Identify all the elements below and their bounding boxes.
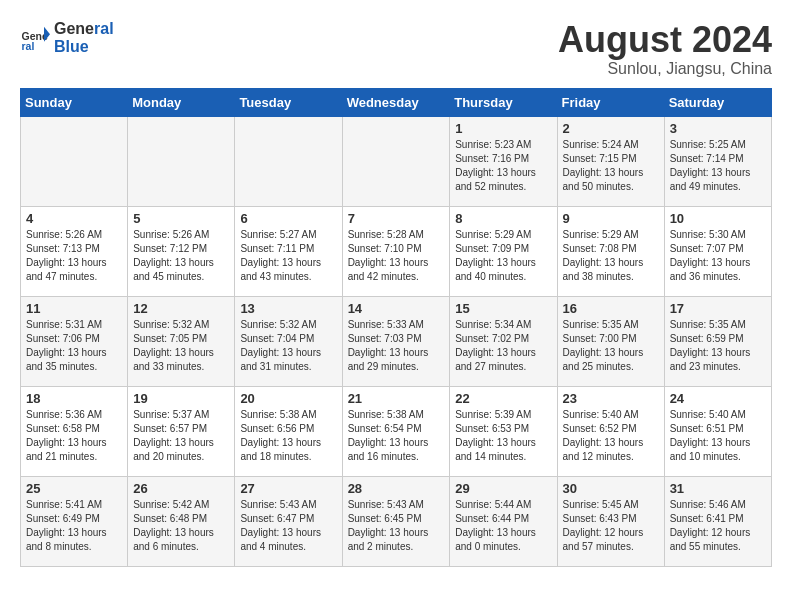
day-info: Sunrise: 5:36 AM Sunset: 6:58 PM Dayligh… — [26, 408, 122, 464]
calendar-cell: 6Sunrise: 5:27 AM Sunset: 7:11 PM Daylig… — [235, 206, 342, 296]
logo-icon: Gene ral — [20, 23, 50, 53]
day-number: 10 — [670, 211, 766, 226]
day-number: 28 — [348, 481, 445, 496]
calendar-cell: 24Sunrise: 5:40 AM Sunset: 6:51 PM Dayli… — [664, 386, 771, 476]
day-info: Sunrise: 5:32 AM Sunset: 7:05 PM Dayligh… — [133, 318, 229, 374]
day-info: Sunrise: 5:26 AM Sunset: 7:13 PM Dayligh… — [26, 228, 122, 284]
calendar-cell: 7Sunrise: 5:28 AM Sunset: 7:10 PM Daylig… — [342, 206, 450, 296]
logo-text-line2: Blue — [54, 38, 114, 56]
header-day-sunday: Sunday — [21, 88, 128, 116]
day-info: Sunrise: 5:27 AM Sunset: 7:11 PM Dayligh… — [240, 228, 336, 284]
week-row-3: 11Sunrise: 5:31 AM Sunset: 7:06 PM Dayli… — [21, 296, 772, 386]
page-header: Gene ral General Blue August 2024 Sunlou… — [20, 20, 772, 78]
day-number: 9 — [563, 211, 659, 226]
calendar-cell: 1Sunrise: 5:23 AM Sunset: 7:16 PM Daylig… — [450, 116, 557, 206]
day-number: 7 — [348, 211, 445, 226]
header-day-wednesday: Wednesday — [342, 88, 450, 116]
calendar-cell: 31Sunrise: 5:46 AM Sunset: 6:41 PM Dayli… — [664, 476, 771, 566]
day-number: 29 — [455, 481, 551, 496]
day-number: 19 — [133, 391, 229, 406]
calendar-cell — [21, 116, 128, 206]
calendar-cell: 29Sunrise: 5:44 AM Sunset: 6:44 PM Dayli… — [450, 476, 557, 566]
day-number: 8 — [455, 211, 551, 226]
day-info: Sunrise: 5:26 AM Sunset: 7:12 PM Dayligh… — [133, 228, 229, 284]
header-day-monday: Monday — [128, 88, 235, 116]
day-number: 4 — [26, 211, 122, 226]
day-number: 16 — [563, 301, 659, 316]
calendar-cell: 18Sunrise: 5:36 AM Sunset: 6:58 PM Dayli… — [21, 386, 128, 476]
calendar-cell — [128, 116, 235, 206]
day-number: 25 — [26, 481, 122, 496]
day-info: Sunrise: 5:23 AM Sunset: 7:16 PM Dayligh… — [455, 138, 551, 194]
calendar-cell: 23Sunrise: 5:40 AM Sunset: 6:52 PM Dayli… — [557, 386, 664, 476]
calendar-cell: 9Sunrise: 5:29 AM Sunset: 7:08 PM Daylig… — [557, 206, 664, 296]
day-info: Sunrise: 5:29 AM Sunset: 7:09 PM Dayligh… — [455, 228, 551, 284]
day-number: 11 — [26, 301, 122, 316]
calendar-cell: 30Sunrise: 5:45 AM Sunset: 6:43 PM Dayli… — [557, 476, 664, 566]
day-info: Sunrise: 5:25 AM Sunset: 7:14 PM Dayligh… — [670, 138, 766, 194]
day-number: 12 — [133, 301, 229, 316]
calendar-cell: 4Sunrise: 5:26 AM Sunset: 7:13 PM Daylig… — [21, 206, 128, 296]
calendar-cell: 22Sunrise: 5:39 AM Sunset: 6:53 PM Dayli… — [450, 386, 557, 476]
day-info: Sunrise: 5:42 AM Sunset: 6:48 PM Dayligh… — [133, 498, 229, 554]
calendar-title: August 2024 — [558, 20, 772, 60]
day-number: 27 — [240, 481, 336, 496]
day-info: Sunrise: 5:30 AM Sunset: 7:07 PM Dayligh… — [670, 228, 766, 284]
calendar-cell: 27Sunrise: 5:43 AM Sunset: 6:47 PM Dayli… — [235, 476, 342, 566]
day-number: 13 — [240, 301, 336, 316]
day-info: Sunrise: 5:24 AM Sunset: 7:15 PM Dayligh… — [563, 138, 659, 194]
day-info: Sunrise: 5:40 AM Sunset: 6:51 PM Dayligh… — [670, 408, 766, 464]
day-number: 2 — [563, 121, 659, 136]
calendar-cell: 21Sunrise: 5:38 AM Sunset: 6:54 PM Dayli… — [342, 386, 450, 476]
day-info: Sunrise: 5:43 AM Sunset: 6:47 PM Dayligh… — [240, 498, 336, 554]
day-info: Sunrise: 5:31 AM Sunset: 7:06 PM Dayligh… — [26, 318, 122, 374]
calendar-cell: 14Sunrise: 5:33 AM Sunset: 7:03 PM Dayli… — [342, 296, 450, 386]
calendar-cell: 8Sunrise: 5:29 AM Sunset: 7:09 PM Daylig… — [450, 206, 557, 296]
day-info: Sunrise: 5:38 AM Sunset: 6:54 PM Dayligh… — [348, 408, 445, 464]
day-number: 6 — [240, 211, 336, 226]
day-info: Sunrise: 5:37 AM Sunset: 6:57 PM Dayligh… — [133, 408, 229, 464]
day-number: 15 — [455, 301, 551, 316]
calendar-cell: 2Sunrise: 5:24 AM Sunset: 7:15 PM Daylig… — [557, 116, 664, 206]
day-number: 17 — [670, 301, 766, 316]
header-day-tuesday: Tuesday — [235, 88, 342, 116]
day-info: Sunrise: 5:35 AM Sunset: 6:59 PM Dayligh… — [670, 318, 766, 374]
day-info: Sunrise: 5:38 AM Sunset: 6:56 PM Dayligh… — [240, 408, 336, 464]
calendar-subtitle: Sunlou, Jiangsu, China — [558, 60, 772, 78]
day-info: Sunrise: 5:46 AM Sunset: 6:41 PM Dayligh… — [670, 498, 766, 554]
day-info: Sunrise: 5:28 AM Sunset: 7:10 PM Dayligh… — [348, 228, 445, 284]
day-info: Sunrise: 5:33 AM Sunset: 7:03 PM Dayligh… — [348, 318, 445, 374]
calendar-cell: 11Sunrise: 5:31 AM Sunset: 7:06 PM Dayli… — [21, 296, 128, 386]
calendar-cell: 26Sunrise: 5:42 AM Sunset: 6:48 PM Dayli… — [128, 476, 235, 566]
calendar-cell: 28Sunrise: 5:43 AM Sunset: 6:45 PM Dayli… — [342, 476, 450, 566]
calendar-cell: 15Sunrise: 5:34 AM Sunset: 7:02 PM Dayli… — [450, 296, 557, 386]
header-row: SundayMondayTuesdayWednesdayThursdayFrid… — [21, 88, 772, 116]
day-number: 20 — [240, 391, 336, 406]
calendar-cell — [235, 116, 342, 206]
day-info: Sunrise: 5:41 AM Sunset: 6:49 PM Dayligh… — [26, 498, 122, 554]
title-block: August 2024 Sunlou, Jiangsu, China — [558, 20, 772, 78]
calendar-cell: 3Sunrise: 5:25 AM Sunset: 7:14 PM Daylig… — [664, 116, 771, 206]
day-info: Sunrise: 5:29 AM Sunset: 7:08 PM Dayligh… — [563, 228, 659, 284]
calendar-cell: 12Sunrise: 5:32 AM Sunset: 7:05 PM Dayli… — [128, 296, 235, 386]
day-number: 23 — [563, 391, 659, 406]
day-info: Sunrise: 5:43 AM Sunset: 6:45 PM Dayligh… — [348, 498, 445, 554]
day-info: Sunrise: 5:34 AM Sunset: 7:02 PM Dayligh… — [455, 318, 551, 374]
calendar-cell: 25Sunrise: 5:41 AM Sunset: 6:49 PM Dayli… — [21, 476, 128, 566]
calendar-cell: 13Sunrise: 5:32 AM Sunset: 7:04 PM Dayli… — [235, 296, 342, 386]
calendar-table: SundayMondayTuesdayWednesdayThursdayFrid… — [20, 88, 772, 567]
header-day-thursday: Thursday — [450, 88, 557, 116]
calendar-cell: 19Sunrise: 5:37 AM Sunset: 6:57 PM Dayli… — [128, 386, 235, 476]
day-number: 21 — [348, 391, 445, 406]
day-info: Sunrise: 5:32 AM Sunset: 7:04 PM Dayligh… — [240, 318, 336, 374]
calendar-cell: 10Sunrise: 5:30 AM Sunset: 7:07 PM Dayli… — [664, 206, 771, 296]
day-number: 26 — [133, 481, 229, 496]
day-info: Sunrise: 5:45 AM Sunset: 6:43 PM Dayligh… — [563, 498, 659, 554]
day-number: 30 — [563, 481, 659, 496]
calendar-cell: 16Sunrise: 5:35 AM Sunset: 7:00 PM Dayli… — [557, 296, 664, 386]
calendar-cell: 17Sunrise: 5:35 AM Sunset: 6:59 PM Dayli… — [664, 296, 771, 386]
day-info: Sunrise: 5:35 AM Sunset: 7:00 PM Dayligh… — [563, 318, 659, 374]
day-number: 24 — [670, 391, 766, 406]
calendar-cell — [342, 116, 450, 206]
day-number: 22 — [455, 391, 551, 406]
